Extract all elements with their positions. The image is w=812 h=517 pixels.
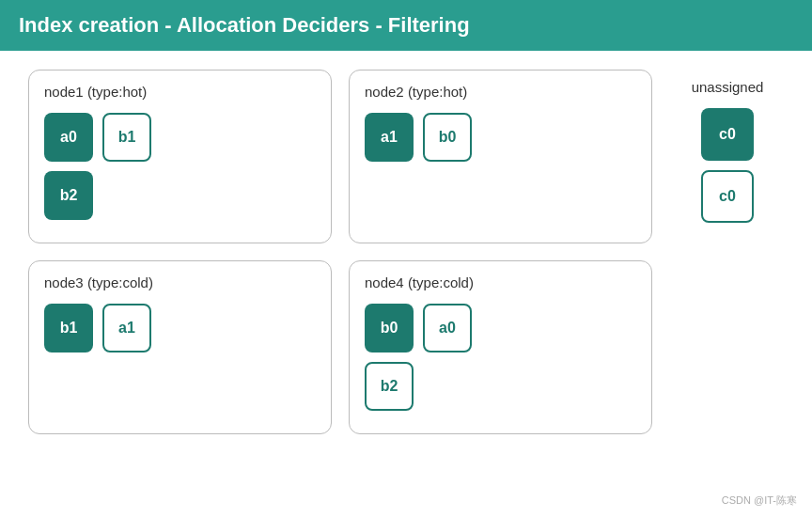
- watermark: CSDN @IT-陈寒: [722, 494, 797, 508]
- node-title-node2: node2 (type:hot): [365, 84, 636, 100]
- shard-b0-primary: b0: [365, 304, 414, 352]
- shard-b1-replica: b1: [102, 113, 151, 162]
- node-box-node4: node4 (type:cold)b0a0b2: [349, 260, 652, 434]
- shard-b2-primary: b2: [44, 171, 93, 220]
- unassigned-shard-0: c0: [701, 108, 754, 161]
- shard-a1-primary: a1: [365, 113, 414, 162]
- page-title: Index creation - Allocation Deciders - F…: [19, 13, 470, 37]
- main-content: node1 (type:hot)a0b1b2node2 (type:hot)a1…: [0, 51, 812, 513]
- node-box-node3: node3 (type:cold)b1a1: [28, 260, 332, 434]
- shard-row: b2: [365, 362, 636, 411]
- unassigned-panel: unassigned c0c0: [671, 70, 784, 223]
- node-title-node3: node3 (type:cold): [44, 274, 316, 290]
- unassigned-shards: c0c0: [701, 108, 754, 223]
- shard-b1-primary: b1: [44, 304, 93, 352]
- page-header: Index creation - Allocation Deciders - F…: [0, 0, 812, 51]
- shard-b2-replica: b2: [365, 362, 414, 411]
- shard-row: a1b0: [365, 113, 636, 162]
- unassigned-shard-1: c0: [701, 170, 754, 223]
- shard-a0-primary: a0: [44, 113, 93, 162]
- node-title-node1: node1 (type:hot): [44, 84, 316, 100]
- node-box-node2: node2 (type:hot)a1b0: [349, 70, 652, 243]
- unassigned-label: unassigned: [692, 79, 764, 95]
- shard-row: b0a0: [365, 304, 636, 352]
- shard-b0-replica: b0: [423, 113, 472, 162]
- shard-a0-replica: a0: [423, 304, 472, 352]
- shard-row: b1a1: [44, 304, 316, 352]
- node-box-node1: node1 (type:hot)a0b1b2: [28, 70, 332, 243]
- shard-row: b2: [44, 171, 316, 220]
- node-title-node4: node4 (type:cold): [365, 274, 636, 290]
- nodes-grid: node1 (type:hot)a0b1b2node2 (type:hot)a1…: [28, 70, 652, 434]
- shard-a1-replica: a1: [102, 304, 151, 352]
- shard-row: a0b1: [44, 113, 316, 162]
